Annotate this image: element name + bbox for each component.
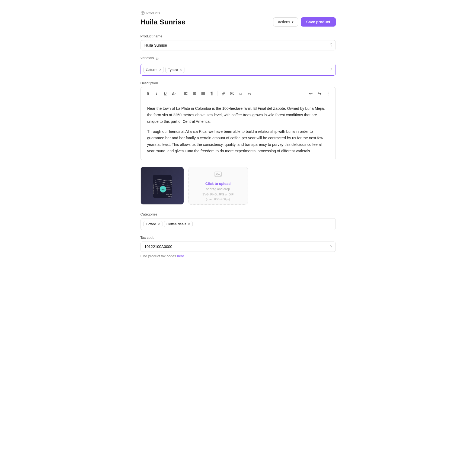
tag-coffee-remove[interactable]: × bbox=[158, 222, 160, 226]
images-section: fito HUILA SUNRISE ORIGIN COFFEE CO COLO… bbox=[140, 167, 336, 205]
tag-coffee: Coffee × bbox=[143, 221, 162, 227]
description-para-1: Near the town of La Plata in Colombia is… bbox=[147, 105, 329, 125]
gear-icon[interactable]: ⚙ bbox=[155, 57, 159, 61]
paragraph-button[interactable]: ¶ bbox=[208, 89, 216, 98]
tag-caturra-remove[interactable]: × bbox=[159, 68, 161, 72]
svg-text:ORIGIN: ORIGIN bbox=[166, 194, 172, 195]
tax-code-label: Tax code bbox=[140, 236, 336, 240]
svg-text:HUILA SUNRISE: HUILA SUNRISE bbox=[153, 183, 154, 194]
image-button[interactable] bbox=[228, 89, 236, 98]
upload-hint: or drag and drop bbox=[206, 187, 230, 191]
svg-text:COFFEE: COFFEE bbox=[166, 196, 172, 197]
bold-button[interactable]: B bbox=[144, 89, 152, 98]
tag-coffee-deals-label: Coffee deals bbox=[167, 222, 186, 226]
product-name-field: Product name ? bbox=[140, 34, 336, 50]
svg-text:CO: CO bbox=[168, 198, 170, 199]
italic-button[interactable]: i bbox=[153, 89, 161, 98]
tag-coffee-label: Coffee bbox=[146, 222, 156, 226]
tag-caturra: Caturra × bbox=[143, 67, 164, 73]
description-label: Description bbox=[140, 81, 336, 85]
upload-formats: SVG, PNG, JPG or GIF bbox=[202, 193, 234, 196]
tag-coffee-deals-remove[interactable]: × bbox=[188, 222, 190, 226]
description-content[interactable]: Near the town of La Plata in Colombia is… bbox=[141, 100, 336, 160]
description-editor: B i U A≡ ¶ bbox=[140, 87, 336, 160]
editor-toolbar: B i U A≡ ¶ bbox=[141, 87, 336, 100]
coffee-bag-svg: fito HUILA SUNRISE ORIGIN COFFEE CO COLO… bbox=[146, 169, 178, 202]
varietals-field: Varietals ⚙ Caturra × Typica × ? bbox=[140, 56, 336, 76]
upload-size: (max. 800×400px) bbox=[206, 198, 230, 201]
product-name-help-icon: ? bbox=[330, 43, 333, 48]
product-image: fito HUILA SUNRISE ORIGIN COFFEE CO COLO… bbox=[141, 167, 184, 205]
categories-label: Categories bbox=[140, 212, 336, 216]
tag-caturra-label: Caturra bbox=[146, 68, 158, 72]
categories-field: Categories Coffee × Coffee deals × bbox=[140, 212, 336, 230]
link-button[interactable] bbox=[219, 89, 228, 98]
svg-text:fito: fito bbox=[161, 189, 164, 191]
product-image-card: fito HUILA SUNRISE ORIGIN COFFEE CO COLO… bbox=[140, 167, 184, 205]
redo-button[interactable]: ↪ bbox=[315, 89, 324, 98]
underline-button[interactable]: U bbox=[161, 89, 170, 98]
chevron-down-icon: ▾ bbox=[292, 20, 293, 24]
svg-text:COLOMBIA: COLOMBIA bbox=[157, 187, 158, 194]
tax-code-find: Find product tax codes here bbox=[140, 254, 336, 258]
product-name-input[interactable] bbox=[140, 40, 336, 50]
upload-link[interactable]: Click to upload bbox=[205, 182, 231, 186]
svg-point-10 bbox=[201, 93, 202, 94]
categories-input[interactable]: Coffee × Coffee deals × bbox=[140, 218, 336, 230]
product-name-label: Product name bbox=[140, 34, 336, 38]
varietals-help-icon: ? bbox=[330, 67, 332, 72]
list-button[interactable] bbox=[199, 89, 207, 98]
align-center-button[interactable] bbox=[190, 89, 199, 98]
breadcrumb: Products bbox=[140, 11, 336, 15]
tag-typica-remove[interactable]: × bbox=[180, 68, 182, 72]
upload-card[interactable]: Click to upload or drag and drop SVG, PN… bbox=[188, 167, 248, 205]
svg-point-9 bbox=[201, 92, 202, 93]
more-button[interactable]: +: bbox=[245, 89, 254, 98]
overflow-button[interactable]: ⋮ bbox=[324, 89, 332, 98]
toolbar-separator-1 bbox=[180, 91, 180, 96]
tax-code-help-icon: ? bbox=[330, 244, 333, 249]
box-icon bbox=[140, 11, 145, 15]
undo-button[interactable]: ↩ bbox=[307, 89, 315, 98]
tag-coffee-deals: Coffee deals × bbox=[164, 221, 193, 227]
actions-label: Actions bbox=[278, 20, 290, 24]
toolbar-separator-2 bbox=[218, 91, 218, 96]
align-left-button[interactable] bbox=[182, 89, 190, 98]
emoji-button[interactable]: ☺ bbox=[237, 89, 245, 98]
svg-point-11 bbox=[201, 94, 202, 95]
description-para-2: Through our friends at Alianza Rica, we … bbox=[147, 128, 329, 154]
description-field: Description B i U A≡ ¶ bbox=[140, 81, 336, 160]
find-tax-link[interactable]: here bbox=[177, 254, 184, 258]
page-header: Huila Sunrise Actions ▾ Save product bbox=[140, 17, 336, 27]
font-size-button[interactable]: A≡ bbox=[170, 89, 178, 98]
tag-typica: Typica × bbox=[165, 67, 184, 73]
tax-code-input[interactable] bbox=[140, 242, 336, 252]
svg-rect-22 bbox=[215, 172, 221, 177]
save-product-button[interactable]: Save product bbox=[301, 17, 336, 27]
tag-typica-label: Typica bbox=[168, 68, 178, 72]
tax-code-field: Tax code ? Find product tax codes here bbox=[140, 236, 336, 258]
page-title: Huila Sunrise bbox=[140, 18, 186, 26]
breadcrumb-label: Products bbox=[146, 11, 160, 15]
find-tax-label: Find product tax codes bbox=[140, 254, 176, 258]
header-actions: Actions ▾ Save product bbox=[273, 17, 336, 27]
actions-button[interactable]: Actions ▾ bbox=[273, 17, 298, 27]
varietals-label: Varietals bbox=[140, 56, 154, 60]
image-upload-icon bbox=[214, 170, 222, 179]
varietals-input[interactable]: Caturra × Typica × ? bbox=[140, 64, 336, 76]
